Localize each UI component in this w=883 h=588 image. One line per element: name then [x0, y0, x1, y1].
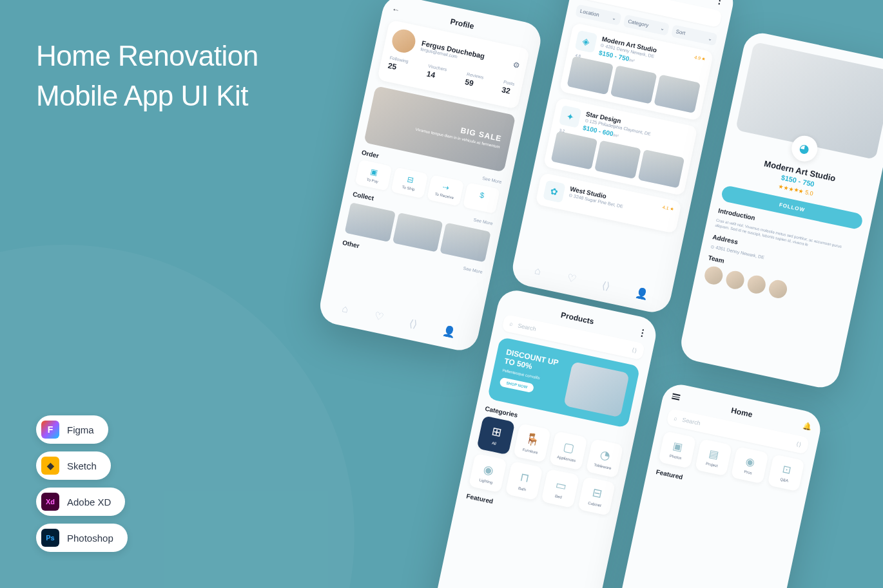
category-lighting[interactable]: ◉Lighting — [469, 453, 507, 493]
hamburger-icon[interactable] — [672, 393, 681, 400]
more-icon[interactable]: ⋮ — [637, 327, 648, 339]
tool-ps: Ps Photoshop — [36, 524, 128, 552]
order-to-receive[interactable]: ⇢To Receive — [427, 175, 464, 206]
company-logo-icon: ✿ — [543, 180, 566, 204]
scan-icon[interactable]: ⟨⟩ — [632, 346, 638, 354]
order-to-pay[interactable]: ▣To Pay — [355, 160, 393, 191]
nav-home-icon[interactable]: ⌂ — [341, 303, 349, 316]
tool-xd: Xd Adobe XD — [36, 488, 125, 516]
ps-icon: Ps — [41, 529, 59, 547]
scan-icon[interactable]: ⟨⟩ — [796, 441, 802, 448]
nav-scan-icon[interactable]: ⟨⟩ — [601, 279, 611, 292]
back-icon[interactable]: ← — [391, 5, 401, 15]
title-line2: Mobile App UI Kit — [36, 80, 248, 111]
nav-profile-icon[interactable]: 👤 — [442, 324, 458, 339]
team-avatar[interactable] — [746, 274, 767, 295]
tool-figma: F Figma — [36, 415, 108, 444]
gear-icon[interactable]: ⚙ — [512, 60, 521, 70]
tool-sketch: ◆ Sketch — [36, 451, 111, 480]
shop-now-button[interactable]: SHOP NOW — [499, 377, 534, 393]
tab-qa[interactable]: ⊡Q&A — [767, 454, 805, 491]
team-avatar[interactable] — [724, 269, 746, 290]
category-furniture[interactable]: 🪑Furniture — [513, 423, 551, 462]
search-icon: ⌕ — [674, 415, 678, 422]
title-line1: Home Renovation — [36, 40, 258, 71]
category-tableware[interactable]: ◔Tableware — [585, 439, 623, 478]
filter-category[interactable]: Category⌄ — [623, 14, 670, 35]
order-to-ship[interactable]: ⊟To Ship — [391, 167, 428, 199]
xd-icon: Xd — [41, 493, 59, 511]
category-bed[interactable]: ▭Bed — [541, 469, 579, 508]
nav-profile-icon[interactable]: 👤 — [634, 286, 650, 301]
nav-scan-icon[interactable]: ⟨⟩ — [408, 317, 418, 330]
pin-icon: ⊙ — [600, 43, 605, 48]
pin-icon: ⊙ — [584, 118, 588, 123]
filter-location[interactable]: Location⌄ — [575, 5, 621, 26]
nav-heart-icon[interactable]: ♡ — [373, 310, 385, 323]
category-all[interactable]: ⊞All — [476, 415, 514, 455]
pin-icon: ⊙ — [568, 193, 573, 198]
promo-image — [563, 361, 630, 417]
nav-home-icon[interactable]: ⌂ — [534, 265, 542, 278]
filter-sort[interactable]: Sort⌄ — [671, 24, 717, 46]
figma-icon: F — [41, 421, 59, 439]
company-logo-icon: ✦ — [559, 105, 582, 128]
bell-icon[interactable]: 🔔 — [802, 421, 813, 432]
search-icon: ⌕ — [509, 321, 514, 328]
nav-heart-icon[interactable]: ♡ — [566, 272, 577, 285]
team-avatar[interactable] — [767, 278, 788, 299]
tab-pros[interactable]: ◉Pros — [731, 446, 769, 484]
more-icon[interactable]: ⋮ — [715, 0, 726, 6]
chevron-down-icon: ⌄ — [612, 15, 617, 21]
pin-icon: ⊙ — [710, 244, 715, 249]
team-avatar[interactable] — [703, 265, 724, 286]
chevron-down-icon: ⌄ — [659, 25, 665, 32]
company-logo-icon: ◈ — [575, 30, 598, 53]
sketch-icon: ◆ — [41, 457, 59, 475]
tab-photos[interactable]: ▣Photos — [658, 431, 696, 468]
chevron-down-icon: ⌄ — [708, 35, 713, 42]
tools-list: F Figma ◆ Sketch Xd Adobe XD Ps Photosho… — [36, 415, 128, 552]
category-appliances[interactable]: ▢Appliances — [549, 431, 587, 470]
tab-project[interactable]: ▤Project — [694, 439, 732, 476]
category-bath[interactable]: ⊓Bath — [505, 461, 543, 500]
category-cabinet[interactable]: ⊟Cabinet — [577, 477, 616, 516]
